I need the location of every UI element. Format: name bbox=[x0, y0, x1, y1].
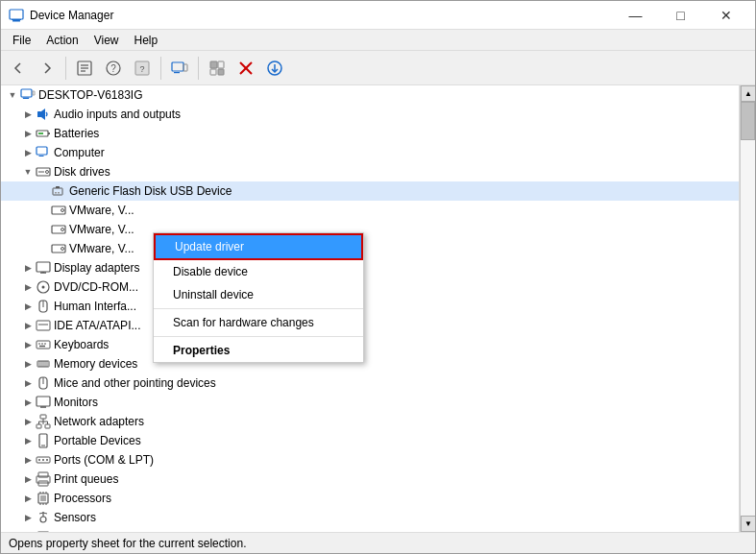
tree-item-disk-drives[interactable]: ▼ Disk drives bbox=[1, 162, 739, 181]
expand-print[interactable]: ▶ bbox=[20, 471, 36, 487]
expand-audio[interactable]: ▶ bbox=[20, 107, 36, 122]
context-menu-uninstall-device[interactable]: Uninstall device bbox=[154, 283, 363, 306]
scrollbar[interactable]: ▲ ▼ bbox=[740, 85, 755, 532]
expand-portable[interactable]: ▶ bbox=[20, 433, 36, 448]
svg-rect-25 bbox=[33, 91, 35, 95]
close-button[interactable]: ✕ bbox=[704, 1, 747, 30]
svg-rect-12 bbox=[174, 72, 180, 73]
status-text: Opens property sheet for the current sel… bbox=[9, 537, 246, 550]
keyboards-label: Keyboards bbox=[54, 338, 109, 351]
tree-item-ports[interactable]: ▶ Ports (COM & LPT) bbox=[1, 450, 739, 470]
svg-rect-52 bbox=[37, 321, 50, 330]
help-button[interactable]: ? bbox=[129, 55, 156, 82]
tree-item-audio[interactable]: ▶ Audio inputs and outputs bbox=[1, 105, 739, 124]
tree-item-mice[interactable]: ▶ Mice and other pointing devices bbox=[1, 373, 739, 393]
forward-button[interactable] bbox=[34, 55, 61, 82]
expand-ide[interactable]: ▶ bbox=[20, 318, 36, 333]
tree-item-dvd[interactable]: ▶ DVD/CD-ROM... bbox=[1, 277, 739, 297]
tree-item-display[interactable]: ▶ Display adapters bbox=[1, 258, 739, 277]
context-menu-scan-hardware[interactable]: Scan for hardware changes bbox=[154, 311, 363, 334]
title-controls: — □ ✕ bbox=[614, 1, 747, 30]
tree-item-monitors[interactable]: ▶ Monitors bbox=[1, 393, 739, 412]
tree-item-vmware2[interactable]: ▶ VMware, V... bbox=[1, 220, 739, 239]
tree-item-hid[interactable]: ▶ Human Interfa... bbox=[1, 297, 739, 316]
expand-sensors[interactable]: ▶ bbox=[20, 510, 36, 525]
svg-rect-86 bbox=[40, 495, 46, 501]
menu-file[interactable]: File bbox=[5, 32, 38, 49]
svg-point-40 bbox=[61, 209, 64, 212]
expand-ports[interactable]: ▶ bbox=[20, 452, 36, 468]
status-bar: Opens property sheet for the current sel… bbox=[1, 532, 755, 553]
tree-item-root[interactable]: ▼ DESKTOP-V6183IG bbox=[1, 85, 739, 105]
scan-button[interactable] bbox=[204, 55, 231, 82]
tree-item-print[interactable]: ▶ Print queues bbox=[1, 470, 739, 489]
tree-item-portable[interactable]: ▶ Portable Devices bbox=[1, 431, 739, 450]
properties-button[interactable] bbox=[71, 55, 98, 82]
svg-point-81 bbox=[46, 459, 48, 461]
menu-action[interactable]: Action bbox=[38, 32, 85, 49]
expand-monitors[interactable]: ▶ bbox=[20, 395, 36, 410]
expand-keyboards[interactable]: ▶ bbox=[20, 337, 36, 352]
expand-computer[interactable]: ▶ bbox=[20, 145, 36, 160]
menu-view[interactable]: View bbox=[86, 32, 127, 49]
expand-hid[interactable]: ▶ bbox=[20, 299, 36, 314]
maximize-button[interactable]: □ bbox=[659, 1, 702, 30]
expand-software[interactable]: ▶ bbox=[20, 529, 36, 532]
context-menu-properties[interactable]: Properties bbox=[154, 339, 363, 362]
expand-batteries[interactable]: ▶ bbox=[20, 126, 36, 141]
svg-rect-11 bbox=[172, 62, 183, 71]
software-icon bbox=[36, 529, 51, 532]
expand-display[interactable]: ▶ bbox=[20, 260, 36, 276]
tree-item-sensors[interactable]: ▶ Sensors bbox=[1, 508, 739, 527]
minimize-button[interactable]: — bbox=[614, 1, 657, 30]
generic-flash-label: Generic Flash Disk USB Device bbox=[69, 184, 232, 198]
tree-item-batteries[interactable]: ▶ Batteries bbox=[1, 124, 739, 143]
tree-item-processors[interactable]: ▶ Processors bbox=[1, 489, 739, 508]
tree-item-generic-flash[interactable]: ▶ Generic Flash Disk USB Device bbox=[1, 181, 739, 201]
tree-item-software[interactable]: ▶ Software devices bbox=[1, 527, 739, 532]
tree-item-memory[interactable]: ▶ Memory devices bbox=[1, 354, 739, 373]
scrollbar-down-button[interactable]: ▼ bbox=[741, 516, 755, 532]
network-icon bbox=[36, 414, 51, 429]
disable-device-label: Disable device bbox=[173, 265, 248, 278]
expand-mice[interactable]: ▶ bbox=[20, 375, 36, 391]
tree-item-computer[interactable]: ▶ Computer bbox=[1, 143, 739, 162]
update-driver-button[interactable]: ? bbox=[100, 55, 127, 82]
expand-disk[interactable]: ▼ bbox=[20, 164, 36, 180]
tree-item-ide[interactable]: ▶ IDE ATA/ATAPI... bbox=[1, 316, 739, 335]
expand-network[interactable]: ▶ bbox=[20, 414, 36, 429]
software-label: Software devices bbox=[54, 530, 141, 532]
context-menu-update-driver[interactable]: Update driver bbox=[154, 233, 363, 260]
scrollbar-thumb[interactable] bbox=[741, 102, 755, 140]
tree-panel[interactable]: ▼ DESKTOP-V6183IG ▶ bbox=[1, 85, 740, 532]
tree-item-keyboards[interactable]: ▶ Keyboards bbox=[1, 335, 739, 354]
tree-item-vmware3[interactable]: ▶ VMware, V... bbox=[1, 239, 739, 258]
scrollbar-track[interactable] bbox=[741, 102, 755, 516]
ports-label: Ports (COM & LPT) bbox=[54, 453, 154, 467]
tree-item-vmware1[interactable]: ▶ VMware, V... bbox=[1, 201, 739, 220]
vmware3-icon bbox=[51, 241, 66, 256]
svg-text:?: ? bbox=[139, 64, 144, 74]
expand-root[interactable]: ▼ bbox=[5, 87, 20, 103]
back-button[interactable] bbox=[5, 55, 32, 82]
svg-rect-28 bbox=[48, 132, 50, 134]
title-bar-left: Device Manager bbox=[9, 8, 113, 23]
vmware1-label: VMware, V... bbox=[69, 204, 134, 217]
svg-rect-36 bbox=[56, 186, 60, 188]
hid-label: Human Interfa... bbox=[54, 300, 136, 313]
download-button[interactable] bbox=[261, 55, 288, 82]
device-manager-button[interactable] bbox=[166, 55, 193, 82]
expand-dvd[interactable]: ▶ bbox=[20, 279, 36, 295]
scrollbar-up-button[interactable]: ▲ bbox=[741, 85, 755, 102]
audio-icon bbox=[36, 107, 51, 122]
expand-memory[interactable]: ▶ bbox=[20, 356, 36, 372]
network-label: Network adapters bbox=[54, 415, 144, 428]
menu-help[interactable]: Help bbox=[127, 32, 166, 49]
delete-button[interactable] bbox=[232, 55, 259, 82]
expand-processors[interactable]: ▶ bbox=[20, 491, 36, 506]
toolbar-sep-1 bbox=[65, 57, 66, 80]
tree-item-network[interactable]: ▶ Network adapters bbox=[1, 412, 739, 431]
flash-icon bbox=[51, 183, 66, 199]
context-menu-disable-device[interactable]: Disable device bbox=[154, 260, 363, 283]
svg-rect-22 bbox=[21, 89, 32, 97]
